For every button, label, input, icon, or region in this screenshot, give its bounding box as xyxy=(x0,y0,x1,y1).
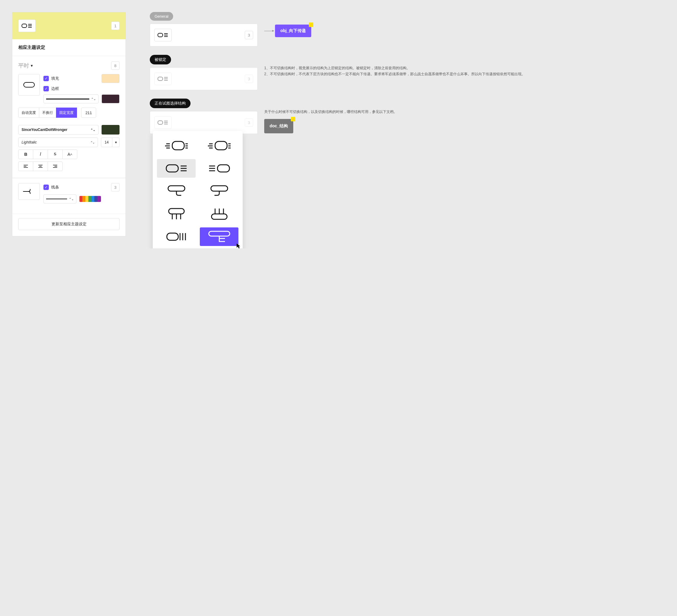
svg-rect-29 xyxy=(172,141,184,150)
line-section: ✓ 线条 3 ⌃⌄ xyxy=(12,178,126,208)
arrow-icon xyxy=(264,31,274,31)
align-right-button[interactable] xyxy=(48,162,62,171)
struct-opt-9[interactable] xyxy=(157,227,195,246)
cursor-icon xyxy=(236,243,241,248)
struct-opt-4[interactable] xyxy=(200,159,238,178)
struct-opt-8[interactable] xyxy=(200,205,238,223)
connector-preview xyxy=(18,183,40,200)
fill-color-swatch[interactable] xyxy=(101,74,120,83)
state-selector[interactable]: 平时 ▾ xyxy=(18,62,33,69)
state-badge: 8 xyxy=(111,61,120,70)
general-badge: 3 xyxy=(245,31,253,39)
shape-left-right-icon xyxy=(21,23,32,29)
locked-pill: 被锁定 xyxy=(150,55,171,64)
selecting-note-wrap: 关于什么时候不可切换结构，以及切换结构的时候，哪些结构可用，参见以下文档。 do… xyxy=(264,98,665,133)
italic-button[interactable]: I xyxy=(33,149,48,159)
structure-count-badge: 1 xyxy=(111,21,120,30)
font-style-select[interactable]: LightItalic ⌃⌄ xyxy=(18,137,98,147)
shape-preview xyxy=(18,74,40,96)
struct-opt-6[interactable] xyxy=(200,182,238,201)
locked-card: 3 xyxy=(150,68,258,90)
font-color-swatch[interactable] xyxy=(101,125,120,135)
state-label-text: 平时 xyxy=(18,62,29,69)
font-size-input[interactable]: 14 xyxy=(101,137,112,147)
structure-popover xyxy=(153,131,243,248)
selecting-note: 关于什么时候不可切换结构，以及切换结构的时候，哪些结构可用，参见以下文档。 xyxy=(264,109,665,115)
scenario-locked: 被锁定 3 1、不可切换结构时，视觉展示的结构为上层锁定的结构。被锁定时，清除之… xyxy=(150,55,665,90)
svg-rect-36 xyxy=(215,141,227,150)
line-label: 线条 xyxy=(51,184,59,190)
selecting-pill: 正在试图选择结构 xyxy=(150,98,190,108)
struct-opt-5[interactable] xyxy=(157,182,195,201)
structure-button-active[interactable] xyxy=(154,116,172,129)
svg-rect-14 xyxy=(158,33,163,37)
fill-border-row: ✓ 填充 ✓ 边框 ⌃⌄ xyxy=(12,70,126,103)
fill-label: 填充 xyxy=(51,76,59,81)
text-size-button[interactable]: AA xyxy=(62,149,77,159)
svg-rect-58 xyxy=(167,233,178,240)
svg-rect-4 xyxy=(24,82,35,87)
scenario-general: General 3 obj_向下传递 ⚡ xyxy=(150,12,665,46)
border-color-swatch[interactable] xyxy=(101,94,120,103)
caret-icon: ⌃⌄ xyxy=(91,97,96,101)
obj-pass-down-tag[interactable]: obj_向下传递 ⚡ xyxy=(275,25,311,37)
struct-opt-3[interactable] xyxy=(157,159,195,178)
svg-rect-47 xyxy=(218,165,229,172)
bold-button[interactable]: B xyxy=(18,149,33,159)
border-label: 边框 xyxy=(51,86,59,91)
struct-opt-2[interactable] xyxy=(200,136,238,155)
fill-checkbox[interactable]: ✓ xyxy=(43,76,49,81)
scenario-selecting: 正在试图选择结构 3 xyxy=(150,98,665,134)
text-style-row: B I S AA xyxy=(12,147,126,159)
svg-rect-22 xyxy=(158,121,163,124)
structure-button[interactable] xyxy=(154,29,172,41)
svg-rect-57 xyxy=(212,214,227,219)
svg-rect-40 xyxy=(166,165,178,172)
update-theme-button[interactable]: 更新至相应主题设定 xyxy=(18,218,120,230)
tag-label: doc_结构 xyxy=(270,124,288,128)
border-style-select[interactable]: ⌃⌄ xyxy=(43,94,98,103)
struct-opt-10[interactable] xyxy=(200,227,238,246)
caret-icon: ⌃⌄ xyxy=(69,197,74,201)
svg-rect-48 xyxy=(168,186,185,191)
font-style-row: LightItalic ⌃⌄ 14 ▾ xyxy=(12,135,126,147)
line-style-select[interactable]: ⌃⌄ xyxy=(43,194,76,204)
bolt-icon: ⚡ xyxy=(291,117,296,121)
selected-structure-row: 1 xyxy=(12,12,126,39)
struct-opt-1[interactable] xyxy=(157,136,195,155)
width-auto-button[interactable]: 自动宽度 xyxy=(18,107,39,118)
width-value-input[interactable]: 211 xyxy=(81,107,96,118)
struct-opt-7[interactable] xyxy=(157,205,195,223)
doc-structure-tag[interactable]: doc_结构 ⚡ xyxy=(264,119,293,133)
align-center-button[interactable] xyxy=(33,162,48,171)
font-style-value: LightItalic xyxy=(21,140,37,144)
font-size-stepper[interactable]: ▾ xyxy=(112,137,120,147)
svg-rect-18 xyxy=(158,77,163,81)
border-checkbox[interactable]: ✓ xyxy=(43,86,49,91)
theme-settings-panel: 1 相应主题设定 平时 ▾ 8 ✓ 填充 ✓ 边框 xyxy=(12,12,126,236)
line-color-rainbow[interactable] xyxy=(79,196,101,202)
locked-badge: 3 xyxy=(245,75,253,83)
general-card: 3 xyxy=(150,24,258,46)
svg-rect-62 xyxy=(209,231,230,236)
tag-label: obj_向下传递 xyxy=(280,28,306,33)
width-nowrap-button[interactable]: 不换行 xyxy=(39,107,56,118)
caret-icon: ⌃⌄ xyxy=(90,141,95,144)
align-left-button[interactable] xyxy=(18,162,33,171)
line-checkbox[interactable]: ✓ xyxy=(43,184,49,190)
font-family-value: SinceYouCantDoItWronger xyxy=(21,128,67,132)
structure-button-disabled xyxy=(154,73,172,85)
section-title: 相应主题设定 xyxy=(12,39,126,56)
structure-display[interactable] xyxy=(18,19,36,32)
font-family-select[interactable]: SinceYouCantDoItWronger ⌃⌄ xyxy=(18,125,98,135)
svg-rect-50 xyxy=(169,209,184,214)
locked-note: 1、不可切换结构时，视觉展示的结构为上层锁定的结构。被锁定时，清除之前套用的结构… xyxy=(264,55,665,77)
strikethrough-button[interactable]: S xyxy=(48,149,62,159)
bolt-icon: ⚡ xyxy=(309,23,313,27)
general-pill: General xyxy=(150,12,173,21)
state-header: 平时 ▾ 8 xyxy=(12,56,126,70)
line-badge: 3 xyxy=(111,183,120,191)
caret-icon: ⌃⌄ xyxy=(90,128,95,132)
width-fixed-button[interactable]: 固定宽度 xyxy=(56,107,77,118)
chevron-down-icon: ▾ xyxy=(31,63,33,68)
